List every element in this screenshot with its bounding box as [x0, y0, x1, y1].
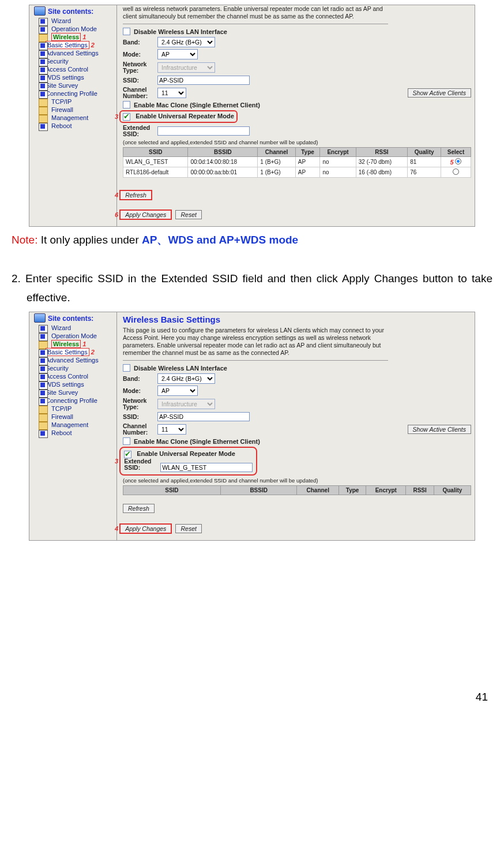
mac-clone-label: Enable Mac Clone (Single Ethernet Client…: [134, 438, 260, 445]
ext-ssid-input[interactable]: [160, 463, 253, 472]
scan-table: SSID BSSID Channel Type Encrypt RSSI Qua…: [123, 147, 471, 178]
nav-connecting-profile[interactable]: Connecting Profile: [39, 396, 115, 405]
reset-button[interactable]: Reset: [175, 524, 201, 533]
nav-basic-settings[interactable]: Basic Settings 2: [39, 41, 115, 49]
nav-reboot[interactable]: Reboot: [39, 122, 115, 130]
marker-2: 2: [91, 349, 95, 355]
channel-label: Channel Number:: [123, 423, 157, 436]
select-radio[interactable]: [453, 169, 459, 175]
nav-firewall[interactable]: Firewall: [39, 106, 115, 114]
nav-wds[interactable]: WDS settings: [39, 73, 115, 81]
nav-operation-mode[interactable]: Operation Mode: [39, 332, 115, 340]
ext-ssid-label: Extended SSID:: [124, 458, 159, 471]
nav-advanced[interactable]: Advanced Settings: [39, 356, 115, 364]
ext-ssid-hint: (once selected and applied,extended SSID…: [123, 477, 471, 484]
divider: [123, 360, 388, 361]
th-ssid: SSID: [123, 147, 188, 156]
disable-lan-checkbox[interactable]: [123, 364, 130, 372]
marker-2: 2: [91, 42, 95, 48]
disable-lan-label: Disable Wireless LAN Interface: [134, 365, 227, 372]
repeater-redbox: Enable Universal Repeater Mode Extended …: [119, 447, 257, 476]
repeater-checkbox[interactable]: [124, 451, 131, 458]
note-prefix: Note:: [12, 234, 41, 246]
mode-select[interactable]: AP: [157, 386, 198, 396]
th-encrypt: Encrypt: [366, 486, 406, 495]
channel-select[interactable]: 11: [157, 424, 186, 435]
mac-clone-checkbox[interactable]: [123, 101, 130, 108]
show-clients-button[interactable]: Show Active Clients: [408, 88, 471, 98]
apply-button[interactable]: Apply Changes: [119, 209, 172, 220]
apply-button[interactable]: Apply Changes: [119, 523, 172, 534]
nav-management[interactable]: Management: [39, 421, 115, 429]
nav-connecting-profile[interactable]: Connecting Profile: [39, 89, 115, 98]
nav-management[interactable]: Management: [39, 114, 115, 122]
show-clients-button[interactable]: Show Active Clients: [408, 425, 471, 434]
step-2-text: 2. Enter specific SSID in the Extended S…: [12, 270, 492, 307]
nav-wds[interactable]: WDS settings: [39, 380, 115, 388]
nav-site-survey[interactable]: Site Survey: [39, 81, 115, 89]
nav-site-survey[interactable]: Site Survey: [39, 388, 115, 396]
refresh-button[interactable]: Refresh: [123, 504, 155, 513]
nav-access-control[interactable]: Access Control: [39, 372, 115, 380]
reset-button[interactable]: Reset: [175, 210, 201, 219]
nav-wireless[interactable]: Wireless 1: [39, 340, 115, 348]
nav-wireless[interactable]: Wireless 1: [39, 33, 115, 41]
nav-access-control[interactable]: Access Control: [39, 65, 115, 73]
channel-label: Channel Number:: [123, 87, 157, 99]
cell-rssi: 32 (-70 dbm): [356, 156, 407, 167]
th-select: Select: [441, 147, 471, 156]
marker-6: 6: [115, 211, 118, 218]
disable-lan-checkbox[interactable]: [123, 28, 130, 35]
nav-firewall[interactable]: Firewall: [39, 413, 115, 421]
sidebar: Site contents: Wizard Operation Mode Wir…: [29, 5, 117, 226]
ssid-input[interactable]: [157, 412, 250, 421]
nav-advanced[interactable]: Advanced Settings: [39, 49, 115, 57]
band-select[interactable]: 2.4 GHz (B+G): [157, 373, 215, 384]
nav-reboot[interactable]: Reboot: [39, 429, 115, 437]
nav-tcpip[interactable]: TCP/IP: [39, 405, 115, 413]
intro-text: This page is used to configure the param…: [123, 327, 388, 357]
marker-5: 5: [450, 159, 454, 166]
ssid-input[interactable]: [157, 76, 250, 85]
select-radio[interactable]: [455, 158, 461, 164]
nav-wizard[interactable]: Wizard: [39, 17, 115, 25]
cell-enc: no: [320, 156, 356, 167]
divider: [123, 24, 388, 24]
nav-operation-mode[interactable]: Operation Mode: [39, 25, 115, 33]
nav-basic-settings[interactable]: Basic Settings 2: [39, 348, 115, 356]
repeater-label: Enable Universal Repeater Mode: [137, 450, 235, 457]
mode-label: Mode:: [123, 387, 157, 394]
band-select[interactable]: 2.4 GHz (B+G): [157, 37, 215, 47]
screenshot-2: Site contents: Wizard Operation Mode Wir…: [29, 312, 475, 541]
intro-text: well as wireless network parameters. Ena…: [123, 5, 388, 20]
nettype-select: Infrastructure: [157, 62, 215, 73]
th-encrypt: Encrypt: [320, 147, 356, 156]
ext-ssid-hint: (once selected and applied,extended SSID…: [123, 139, 471, 145]
sidebar-title: Site contents:: [31, 8, 115, 16]
scan-table-headers: SSID BSSID Channel Type Encrypt RSSI Qua…: [123, 485, 471, 495]
cell-select: 5: [441, 156, 471, 167]
ssid-label: SSID:: [123, 413, 157, 420]
ext-ssid-input[interactable]: [157, 126, 250, 136]
nav-tcpip[interactable]: TCP/IP: [39, 98, 115, 106]
mac-clone-checkbox[interactable]: [123, 437, 130, 445]
marker-3: 3: [115, 458, 118, 465]
nav-basic-label: Basic Settings: [46, 348, 89, 356]
note-blue: AP、WDS and AP+WDS mode: [142, 234, 298, 246]
sidebar-title: Site contents:: [31, 315, 115, 323]
marker-3: 3: [115, 113, 118, 120]
nav-security[interactable]: Security: [39, 364, 115, 372]
th-ssid: SSID: [123, 486, 221, 495]
cell-rssi: 16 (-80 dbm): [356, 167, 407, 177]
channel-select[interactable]: 11: [157, 88, 186, 98]
nav-security[interactable]: Security: [39, 57, 115, 65]
th-rssi: RSSI: [356, 147, 407, 156]
repeater-label: Enable Universal Repeater Mode: [136, 113, 234, 119]
disable-lan-row: Disable Wireless LAN Interface: [123, 28, 471, 35]
refresh-button[interactable]: Refresh: [119, 190, 152, 200]
repeater-checkbox[interactable]: [123, 113, 130, 121]
cell-ssid: RTL8186-default: [123, 167, 188, 177]
nav-wizard[interactable]: Wizard: [39, 324, 115, 332]
mode-select[interactable]: AP: [157, 49, 198, 59]
th-channel: Channel: [297, 486, 338, 495]
